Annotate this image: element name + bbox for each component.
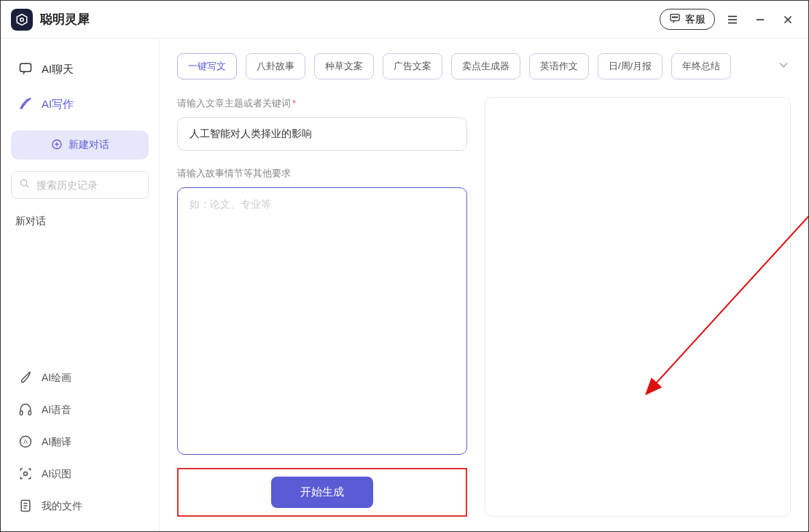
scan-icon <box>18 466 33 483</box>
svg-point-0 <box>20 17 24 21</box>
required-mark: * <box>292 98 296 109</box>
translate-icon: A <box>18 434 33 451</box>
plus-circle-icon <box>51 138 63 152</box>
main-content: 一键写文 八卦故事 种草文案 广告文案 卖点生成器 英语作文 日/周/月报 年终… <box>160 39 808 531</box>
search-box[interactable] <box>11 171 149 199</box>
search-icon <box>19 178 31 192</box>
new-chat-button[interactable]: 新建对话 <box>11 130 149 160</box>
customer-service-button[interactable]: 客服 <box>660 9 715 30</box>
svg-text:A: A <box>23 438 28 445</box>
svg-rect-11 <box>20 63 31 71</box>
sidebar-item-write[interactable]: AI写作 <box>8 87 152 122</box>
pill-onekey[interactable]: 一键写文 <box>177 53 237 79</box>
chat-icon <box>669 12 681 26</box>
expand-pills-button[interactable] <box>776 58 791 75</box>
svg-point-2 <box>673 17 673 17</box>
pill-report[interactable]: 日/周/月报 <box>598 53 663 79</box>
search-input[interactable] <box>36 179 164 191</box>
svg-rect-17 <box>20 410 23 415</box>
close-button[interactable] <box>778 9 798 30</box>
feather-icon <box>18 96 33 113</box>
extra-label: 请输入故事情节等其他要求 <box>177 167 467 180</box>
sidebar-item-voice[interactable]: AI语音 <box>8 394 152 426</box>
sidebar-item-label: AI语音 <box>42 404 71 417</box>
sidebar-item-label: 我的文件 <box>42 500 82 513</box>
category-pills: 一键写文 八卦故事 种草文案 广告文案 卖点生成器 英语作文 日/周/月报 年终… <box>177 53 791 79</box>
generate-button[interactable]: 开始生成 <box>271 477 373 508</box>
svg-point-4 <box>676 17 677 17</box>
history-item[interactable]: 新对话 <box>8 206 152 237</box>
pill-ad[interactable]: 广告文案 <box>383 53 442 79</box>
new-chat-label: 新建对话 <box>69 138 109 152</box>
menu-button[interactable] <box>722 9 743 30</box>
sidebar-item-label: AI聊天 <box>42 63 74 77</box>
sidebar: AI聊天 AI写作 新建对话 新对话 AI绘画 <box>1 39 160 531</box>
sidebar-item-files[interactable]: 我的文件 <box>8 490 152 523</box>
pill-gossip[interactable]: 八卦故事 <box>246 53 305 79</box>
sidebar-item-label: AI绘画 <box>42 372 71 385</box>
svg-line-16 <box>26 185 28 187</box>
minimize-button[interactable] <box>750 9 770 30</box>
app-logo <box>11 9 33 31</box>
svg-point-15 <box>21 180 27 186</box>
pill-yearend[interactable]: 年终总结 <box>671 53 731 79</box>
sidebar-item-translate[interactable]: A AI翻译 <box>8 426 152 458</box>
svg-rect-18 <box>28 410 31 415</box>
pill-selling[interactable]: 卖点生成器 <box>451 53 520 79</box>
pill-seed[interactable]: 种草文案 <box>314 53 374 79</box>
sidebar-item-ocr[interactable]: AI识图 <box>8 458 152 490</box>
extra-textarea[interactable] <box>177 187 467 455</box>
sidebar-item-label: AI翻译 <box>42 436 71 449</box>
sidebar-item-draw[interactable]: AI绘画 <box>8 362 152 394</box>
svg-point-21 <box>24 472 28 475</box>
file-icon <box>18 498 33 515</box>
titlebar: 聪明灵犀 客服 <box>1 1 808 39</box>
chat-bubble-icon <box>18 61 33 78</box>
topic-label: 请输入文章主题或者关键词* <box>177 97 467 110</box>
sidebar-item-label: AI识图 <box>42 468 71 481</box>
svg-point-3 <box>674 17 675 17</box>
pill-english[interactable]: 英语作文 <box>529 53 589 79</box>
app-title: 聪明灵犀 <box>40 11 660 28</box>
submit-highlight: 开始生成 <box>177 468 467 517</box>
headphones-icon <box>18 402 33 419</box>
customer-service-label: 客服 <box>685 13 706 26</box>
topic-input[interactable] <box>177 117 467 151</box>
brush-icon <box>18 370 33 387</box>
sidebar-item-label: AI写作 <box>42 98 74 112</box>
output-panel <box>485 97 791 517</box>
sidebar-item-chat[interactable]: AI聊天 <box>8 52 152 87</box>
